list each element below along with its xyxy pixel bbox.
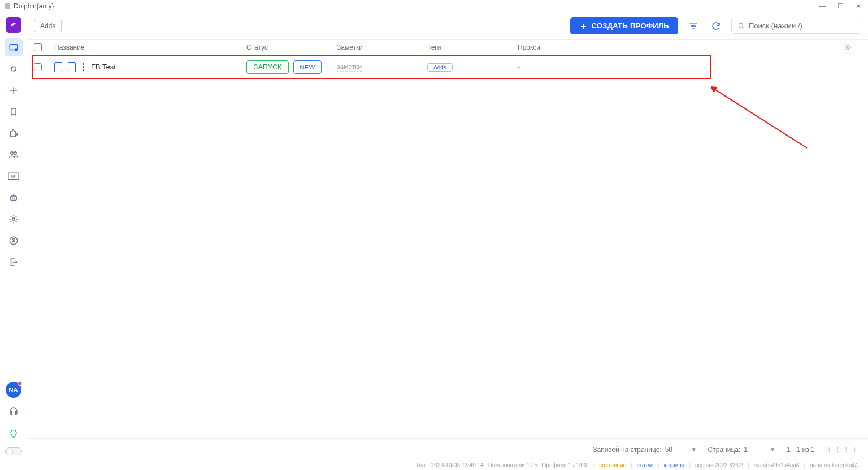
theme-toggle[interactable] [5,447,22,455]
window-close-button[interactable]: ✕ [853,2,863,10]
notes-cell[interactable]: заметки [337,63,362,72]
status-version: версия 2022.326.2 [695,462,743,468]
tips-lightbulb-icon[interactable] [5,425,23,443]
status-profiles: Профили 1 / 1000 [542,462,588,468]
svg-point-8 [12,218,15,221]
app-mini-logo [5,3,10,9]
svg-point-11 [847,46,849,49]
search-input[interactable] [749,21,855,30]
status-trial: Trial [416,462,427,468]
user-avatar[interactable]: NA [6,382,21,398]
launch-button[interactable]: ЗАПУСК [246,60,289,74]
nav-proxy-icon[interactable] [5,60,23,78]
status-link-trash[interactable]: корзина [664,462,685,468]
nav-logout-icon[interactable] [5,253,23,271]
adds-button[interactable]: Adds [34,20,62,32]
page-next-icon[interactable]: ⟩ [845,446,848,454]
window-minimize-button[interactable]: — [817,2,827,10]
table-header: Название Статус Заметки Теги Прокси [27,40,868,55]
nav-api-icon[interactable]: API [5,167,23,185]
app-logo[interactable] [6,17,21,33]
plus-icon: ＋ [579,21,588,30]
page-first-icon[interactable]: |⟨ [826,446,831,454]
status-users: Пользователи 1 / 5 [488,462,538,468]
search-icon [737,22,745,30]
status-datetime: 2023-10-03 13:40:14 [431,462,484,468]
profile-name: FB Test [91,63,116,71]
nav-bookmark-icon[interactable] [5,103,23,121]
sidebar: API NA [0,12,27,460]
svg-point-6 [14,198,15,199]
window-controls: — ☐ ✕ [817,2,863,10]
dolphin-icon [9,20,18,29]
nav-billing-icon[interactable] [5,232,23,250]
status-link-state[interactable]: состояние [599,462,626,468]
nav-plus-icon[interactable] [5,81,23,99]
nav-robot-icon[interactable] [5,189,23,207]
tags-add-button[interactable]: Adds [427,63,453,72]
avatar-initials: NA [9,386,18,393]
page-label: Страница: [708,446,741,454]
status-bar: Trial 2023-10-03 13:40:14 Пользователи 1… [0,460,868,470]
status-build: master#9b1a4aa8 [754,462,800,468]
window-title: Dolphin{anty} [14,2,54,10]
proxy-cell: - [518,63,520,71]
col-header-notes[interactable]: Заметки [337,43,427,51]
window-maximize-button[interactable]: ☐ [835,2,845,10]
pagination-bar: Записей на странице: 50 ▼ Страница: 1 ▼ … [27,438,868,460]
status-email: nana.makarenko@... [810,462,862,468]
range-label: 1 - 1 из 1 [787,446,815,454]
col-header-status[interactable]: Статус [246,43,337,51]
create-profile-button[interactable]: ＋ СОЗДАТЬ ПРОФИЛЬ [570,17,678,34]
col-header-name[interactable]: Название [54,43,246,51]
per-page-dropdown-icon[interactable]: ▼ [691,446,697,452]
support-headset-icon[interactable] [5,402,23,420]
col-header-proxy[interactable]: Прокси [518,43,844,51]
refresh-icon[interactable] [709,19,723,33]
status-link-status[interactable]: статус [637,462,653,468]
notification-dot-icon [18,381,22,386]
per-page-value: 50 [665,446,688,454]
svg-point-1 [14,48,17,51]
mobile-icon[interactable] [54,62,62,72]
table-body: FB Test ЗАПУСК NEW заметки Adds - [27,55,868,438]
table-settings-icon[interactable] [844,43,861,51]
page-value: 1 [744,446,766,454]
page-dropdown-icon[interactable]: ▼ [770,446,775,452]
search-bar[interactable] [731,18,861,34]
svg-text:API: API [10,175,16,179]
svg-line-12 [714,89,807,148]
page-prev-icon[interactable]: ⟨ [836,446,839,454]
svg-point-10 [739,23,743,27]
col-header-tags[interactable]: Теги [427,43,518,51]
svg-rect-4 [10,196,16,201]
main-panel: Adds ＋ СОЗДАТЬ ПРОФИЛЬ [27,12,868,460]
tablet-icon[interactable] [68,62,76,72]
nav-users-icon[interactable] [5,146,23,164]
nav-extension-icon[interactable] [5,124,23,142]
table-row[interactable]: FB Test ЗАПУСК NEW заметки Adds - [27,55,868,79]
row-checkbox[interactable] [34,63,42,71]
select-all-checkbox[interactable] [34,43,42,51]
svg-rect-7 [11,201,16,202]
row-actions-menu-icon[interactable] [81,62,85,72]
nav-settings-icon[interactable] [5,210,23,228]
per-page-label: Записей на странице: [593,446,661,454]
annotation-arrow-icon [711,86,813,154]
status-badge[interactable]: NEW [293,60,321,74]
toolbar: Adds ＋ СОЗДАТЬ ПРОФИЛЬ [27,12,868,40]
window-titlebar: Dolphin{anty} — ☐ ✕ [0,0,868,12]
create-profile-label: СОЗДАТЬ ПРОФИЛЬ [591,21,669,30]
svg-point-5 [12,198,13,199]
filter-icon[interactable] [686,19,701,33]
nav-profiles-icon[interactable] [5,38,23,56]
page-last-icon[interactable]: ⟩| [853,446,858,454]
